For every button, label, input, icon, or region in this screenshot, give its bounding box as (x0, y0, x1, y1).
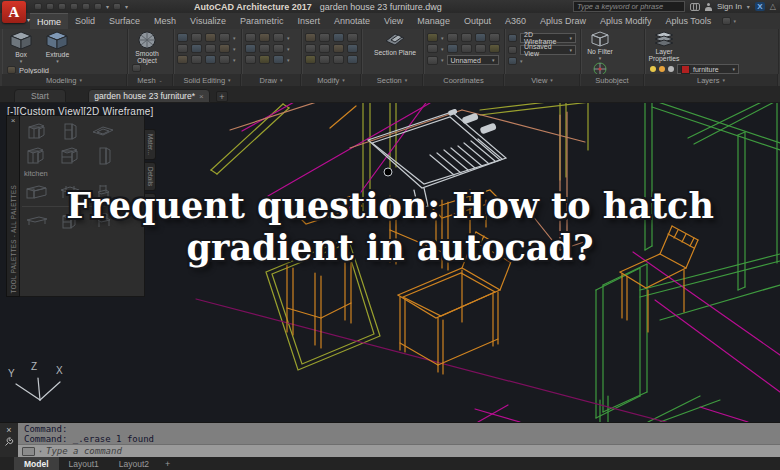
chevron-down-icon: ▾ (228, 77, 231, 83)
ribbon-tab-annotate[interactable]: Annotate (327, 13, 377, 29)
model-tab[interactable]: Model (14, 457, 59, 470)
search-icon[interactable] (690, 3, 700, 10)
autocad-window: A ▾ ▾ ▾ AutoCAD Architecture 2017 garden… (0, 0, 780, 470)
panel-modify: Modify▾ (302, 29, 362, 74)
smooth-object-button[interactable]: Smooth Object (131, 31, 163, 64)
ribbon-tab-output[interactable]: Output (457, 13, 498, 29)
layer-lock-icon[interactable] (668, 66, 674, 72)
search-input[interactable] (573, 1, 685, 12)
section-plane-button[interactable]: Section Plane (371, 31, 419, 56)
customize-wrench-icon[interactable] (4, 437, 14, 447)
panel-label-draw[interactable]: Draw▾ (242, 74, 301, 86)
command-history[interactable]: Command: Command: _.erase 1 found (18, 423, 780, 444)
panel-label-coordinates[interactable]: Coordinates (424, 74, 504, 86)
command-input[interactable]: ▾ Type a command (18, 444, 780, 457)
drawing-canvas[interactable]: Y Z X [-][Custom View][2D Wireframe] × T… (0, 103, 780, 422)
file-tab-start[interactable]: Start (14, 89, 66, 103)
chevron-down-icon[interactable]: ▾ (125, 3, 128, 10)
ribbon-tab-solid[interactable]: Solid (68, 13, 102, 29)
panel-label-section[interactable]: Section▾ (362, 74, 423, 86)
palette-tool-tall-cabinet[interactable] (88, 144, 118, 168)
panel-modeling: Box▾ Extrude▾ Polysolid Planar Surface (2, 29, 128, 74)
ribbon-display-icon[interactable] (722, 17, 731, 25)
new-file-icon[interactable] (34, 3, 42, 10)
close-icon[interactable]: × (199, 92, 204, 101)
palette-tool-cabinet[interactable] (22, 144, 52, 168)
ucs-dropdown[interactable]: Unnamed▾ (447, 55, 499, 65)
close-icon[interactable]: × (11, 116, 16, 125)
chevron-down-icon: ▾ (27, 16, 30, 23)
visual-style-dropdown[interactable]: 2D Wireframe▾ (520, 33, 576, 43)
redo-icon[interactable] (113, 3, 121, 10)
chevron-down-icon: ▾ (280, 77, 283, 83)
new-layout-button[interactable]: + (159, 457, 176, 470)
palette-tool-sink[interactable] (88, 119, 118, 143)
layer-on-icon[interactable] (650, 66, 656, 72)
ribbon-tab-insert[interactable]: Insert (290, 13, 327, 29)
ribbon-tab-visualize[interactable]: Visualize (183, 13, 233, 29)
ribbon-tab-view[interactable]: View (377, 13, 410, 29)
ucs-x-label: X (56, 365, 63, 376)
chevron-down-icon[interactable]: ▾ (106, 3, 109, 10)
section-plane-icon (383, 31, 407, 48)
chevron-down-icon[interactable]: ▾ (39, 448, 42, 454)
layout2-tab[interactable]: Layout2 (109, 457, 159, 470)
command-history-line: Command: _.erase 1 found (24, 434, 780, 444)
ribbon-tab-manage[interactable]: Manage (410, 13, 457, 29)
quick-access-toolbar: ▾ ▾ (34, 3, 128, 10)
chevron-down-icon[interactable]: ▾ (747, 3, 750, 10)
panel-label-layers[interactable]: Layers▾ (645, 74, 778, 86)
panel-label-modeling[interactable]: Modeling▾ (2, 74, 127, 86)
layer-properties-button[interactable]: Layer Properties (648, 31, 680, 62)
palette-tool-cabinet[interactable] (55, 119, 85, 143)
panel-label-modify[interactable]: Modify▾ (302, 74, 361, 86)
print-icon[interactable] (82, 3, 90, 10)
exchange-apps-icon[interactable]: X (755, 2, 765, 11)
panel-label-view[interactable]: View▾ (505, 74, 580, 86)
palette-tool-grid (22, 119, 142, 168)
ucs-y-label: Y (8, 368, 15, 379)
ribbon-tab-aplus-tools[interactable]: Aplus Tools (659, 13, 719, 29)
panel-label-mesh[interactable]: Mesh⌄ (128, 74, 173, 86)
close-icon[interactable]: × (6, 426, 11, 434)
ribbon-tab-surface[interactable]: Surface (102, 13, 147, 29)
ribbon-tab-aplus-draw[interactable]: Aplus Draw (533, 13, 593, 29)
help-menu-icon[interactable]: △ (770, 2, 776, 11)
named-view-dropdown[interactable]: Unsaved View▾ (520, 45, 576, 55)
palette-tab-materials[interactable]: Mater... (145, 129, 156, 160)
no-filter-cube-icon (591, 31, 609, 47)
extrude-button[interactable]: Extrude▾ (41, 31, 73, 64)
ribbon-tab-home[interactable]: Home (30, 13, 68, 29)
panel-solid-editing: ▾ ▾ ▾ Solid Editing▾ (174, 29, 242, 74)
extrude-icon (46, 31, 68, 50)
ribbon-tab-mesh[interactable]: Mesh (147, 13, 183, 29)
layer-thaw-icon[interactable] (659, 66, 665, 72)
save-icon[interactable] (58, 3, 66, 10)
undo-icon[interactable] (94, 3, 102, 10)
command-placeholder: Type a command (46, 446, 122, 456)
headline-overlay: Frequent question: How to hatch gradient… (0, 185, 780, 269)
layer-dropdown[interactable]: furniture▾ (677, 64, 739, 74)
no-filter-button[interactable]: No Filter▾ (584, 31, 616, 61)
panel-label-solid-editing[interactable]: Solid Editing▾ (174, 74, 241, 86)
save-as-icon[interactable] (70, 3, 78, 10)
ucs-icon (16, 378, 60, 400)
box-button[interactable]: Box▾ (5, 31, 37, 64)
palette-tool-cabinet[interactable] (55, 144, 85, 168)
file-tab-document[interactable]: garden house 23 furniture*× (88, 89, 210, 103)
chevron-down-icon[interactable]: ▾ (733, 18, 736, 24)
layout1-tab[interactable]: Layout1 (59, 457, 109, 470)
ribbon-tab-parametric[interactable]: Parametric (233, 13, 291, 29)
status-bar: Model Layout1 Layout2 + (0, 457, 780, 470)
chevron-down-icon: ▾ (405, 77, 408, 83)
ribbon-tab-aplus-modify[interactable]: Aplus Modify (593, 13, 659, 29)
palette-tool-cabinet[interactable] (22, 119, 52, 143)
layer-properties-icon (654, 31, 674, 47)
ribbon-tab-a360[interactable]: A360 (498, 13, 533, 29)
new-tab-button[interactable]: + (216, 91, 228, 102)
open-file-icon[interactable] (46, 3, 54, 10)
layer-color-swatch (681, 65, 690, 74)
application-menu-icon[interactable]: A (2, 1, 26, 23)
sign-in-button[interactable]: Sign In (717, 2, 742, 11)
panel-label-subobject[interactable]: Subobject (581, 74, 644, 86)
